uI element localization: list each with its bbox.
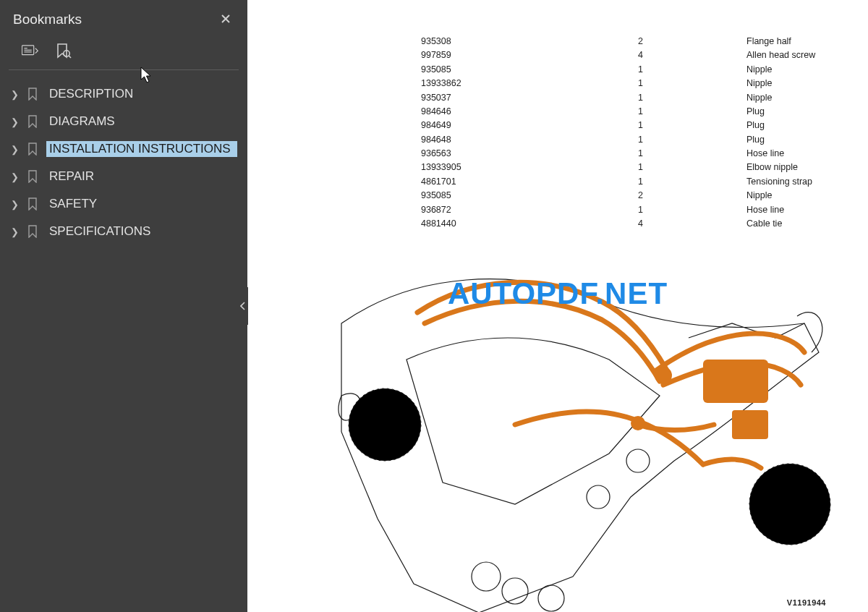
bookmark-label: INSTALLATION INSTRUCTIONS <box>46 141 237 157</box>
bookmarks-panel: Bookmarks ❯ <box>0 0 247 612</box>
find-bookmark-icon[interactable] <box>55 43 72 59</box>
svg-point-14 <box>626 449 650 472</box>
svg-rect-17 <box>703 360 768 403</box>
svg-rect-18 <box>732 410 768 439</box>
table-row: 9350851Nipple <box>421 63 841 77</box>
bookmark-icon <box>26 88 39 101</box>
bookmark-label: REPAIR <box>46 169 237 184</box>
bookmark-item-specifications[interactable]: ❯ SPECIFICATIONS <box>6 218 242 245</box>
bookmark-item-safety[interactable]: ❯ SAFETY <box>6 190 242 218</box>
bookmark-icon <box>26 143 39 156</box>
table-row: 139338621Nipple <box>421 77 841 90</box>
table-row: 9978594Allen head screw <box>421 48 841 62</box>
bookmarks-header: Bookmarks <box>0 0 247 36</box>
table-row: 9365631Hose line <box>421 147 841 161</box>
document-viewport[interactable]: 9353082Flange half 9978594Allen head scr… <box>247 0 868 612</box>
collapse-sidebar-button[interactable] <box>238 287 248 325</box>
chevron-right-icon: ❯ <box>10 89 19 100</box>
parts-table: 9353082Flange half 9978594Allen head scr… <box>421 35 841 231</box>
svg-line-5 <box>69 56 71 58</box>
chevron-right-icon: ❯ <box>10 116 19 127</box>
bookmark-icon <box>26 197 39 211</box>
table-row: 48617011Tensioning strap <box>421 175 841 189</box>
svg-point-10 <box>472 562 501 591</box>
table-row: 9846491Plug <box>421 119 841 132</box>
chevron-right-icon: ❯ <box>10 199 19 210</box>
bookmark-icon <box>26 170 39 183</box>
close-icon[interactable] <box>216 9 236 30</box>
bookmark-label: DIAGRAMS <box>46 114 237 129</box>
svg-point-19 <box>655 367 672 384</box>
bookmark-list: ❯ DESCRIPTION ❯ DIAGRAMS ❯ INSTALLATION … <box>0 70 247 612</box>
bookmark-item-installation[interactable]: ❯ INSTALLATION INSTRUCTIONS <box>6 135 242 163</box>
table-row: 9350852Nipple <box>421 189 841 203</box>
svg-point-20 <box>631 416 645 430</box>
table-row: 9353082Flange half <box>421 35 841 48</box>
svg-point-15 <box>349 388 421 461</box>
svg-point-13 <box>587 485 610 509</box>
bookmark-label: SPECIFICATIONS <box>46 224 237 239</box>
chevron-right-icon: ❯ <box>10 226 19 237</box>
bookmark-item-description[interactable]: ❯ DESCRIPTION <box>6 80 242 108</box>
bookmark-icon <box>26 225 39 238</box>
table-row: 139339051Elbow nipple <box>421 161 841 174</box>
document-page: 9353082Flange half 9978594Allen head scr… <box>291 0 855 612</box>
bookmark-label: DESCRIPTION <box>46 86 237 102</box>
chevron-right-icon: ❯ <box>10 171 19 182</box>
table-row: 9350371Nipple <box>421 91 841 105</box>
svg-point-12 <box>538 585 564 611</box>
bookmark-item-diagrams[interactable]: ❯ DIAGRAMS <box>6 108 242 135</box>
table-row: 9846481Plug <box>421 133 841 147</box>
bookmark-item-repair[interactable]: ❯ REPAIR <box>6 163 242 190</box>
chevron-right-icon: ❯ <box>10 144 19 155</box>
table-row: 9846461Plug <box>421 105 841 119</box>
bookmark-label: SAFETY <box>46 196 237 212</box>
technical-diagram: V1191944 <box>298 244 848 612</box>
svg-point-11 <box>502 578 528 604</box>
bookmarks-title: Bookmarks <box>13 12 82 27</box>
figure-reference: V1191944 <box>787 598 826 607</box>
options-icon[interactable] <box>22 43 39 59</box>
bookmark-icon <box>26 115 39 128</box>
bookmarks-toolbar <box>9 36 239 70</box>
table-row: 9368721Hose line <box>421 203 841 217</box>
svg-point-16 <box>749 464 830 545</box>
table-row: 48814404Cable tie <box>421 217 841 231</box>
